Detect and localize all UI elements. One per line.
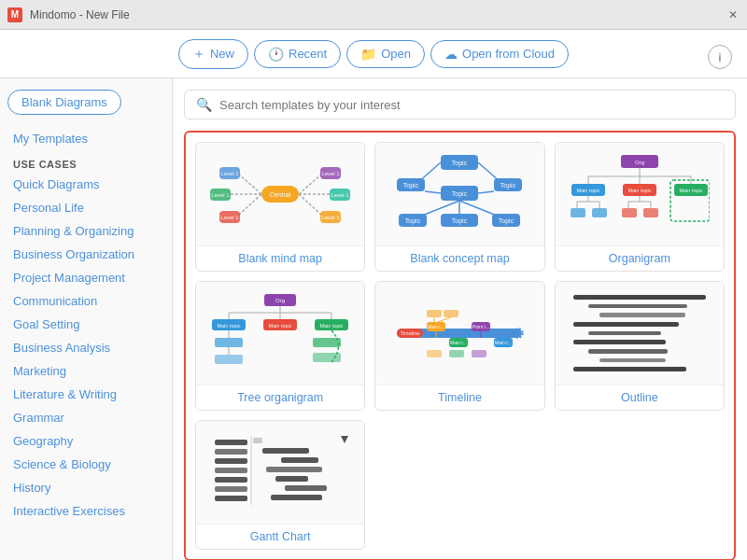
sidebar-item-business-analysis[interactable]: Business Analysis xyxy=(7,337,164,358)
recent-icon: 🕐 xyxy=(268,47,284,62)
blank-mind-map-preview: Central Level 1 Level 1 Level 1 xyxy=(196,143,364,245)
timeline-label: Timeline xyxy=(375,385,543,410)
search-input[interactable] xyxy=(219,98,724,112)
window-title: Mindomo - New File xyxy=(30,8,130,21)
timeline-svg: Timeline Main t... Main t... Point t... xyxy=(389,289,529,378)
search-bar[interactable]: 🔍 xyxy=(184,90,736,119)
svg-rect-108 xyxy=(215,440,247,445)
new-label: New xyxy=(210,47,234,61)
svg-text:Level 1: Level 1 xyxy=(220,215,239,220)
svg-rect-105 xyxy=(427,350,442,357)
sidebar-item-history[interactable]: History xyxy=(7,477,164,498)
organigram-preview: Org Main topic Main topic xyxy=(556,143,724,245)
sidebar-item-quick-diagrams[interactable]: Quick Diagrams xyxy=(7,174,164,195)
svg-rect-116 xyxy=(253,438,262,443)
sidebar-item-literature-writing[interactable]: Literature & Writing xyxy=(7,384,164,405)
outline-preview xyxy=(556,282,724,385)
svg-text:Main topic: Main topic xyxy=(218,323,241,329)
new-button[interactable]: ＋ New xyxy=(178,39,248,69)
sidebar-item-grammar[interactable]: Grammar xyxy=(7,407,164,428)
svg-text:Main topic: Main topic xyxy=(269,323,292,329)
sidebar-item-communication[interactable]: Communication xyxy=(7,290,164,312)
toolbar: ＋ New 🕐 Recent 📁 Open ☁ Open from Cloud … xyxy=(0,30,747,78)
sidebar-item-personal-life[interactable]: Personal Life xyxy=(7,197,164,218)
sidebar-item-geography[interactable]: Geography xyxy=(7,430,164,452)
outline-lines xyxy=(570,291,710,375)
gantt-chart-preview xyxy=(196,421,364,524)
open-button[interactable]: 📁 Open xyxy=(346,40,425,68)
sidebar-item-interactive-exercises[interactable]: Interactive Exercises xyxy=(7,500,164,522)
svg-rect-81 xyxy=(215,338,243,347)
template-card-blank-mind-map[interactable]: Central Level 1 Level 1 Level 1 xyxy=(195,142,365,272)
open-cloud-button[interactable]: ☁ Open from Cloud xyxy=(430,40,569,68)
organigram-label: Organigram xyxy=(556,245,724,271)
gantt-svg xyxy=(210,428,350,517)
blank-mind-map-label: Blank mind map xyxy=(196,245,364,271)
blank-concept-map-svg: Topic Topic Topic Topic xyxy=(389,150,529,239)
content-area: 🔍 Central Level 1 xyxy=(173,78,747,560)
sidebar-item-science-biology[interactable]: Science & Biology xyxy=(7,454,164,475)
svg-text:Topic: Topic xyxy=(452,217,468,225)
sidebar-item-goal-setting[interactable]: Goal Setting xyxy=(7,314,164,335)
title-bar-left: M Mindomo - New File xyxy=(7,7,130,22)
svg-line-8 xyxy=(238,194,261,216)
template-grid: Central Level 1 Level 1 Level 1 xyxy=(195,142,725,550)
template-card-organigram[interactable]: Org Main topic Main topic xyxy=(555,142,725,272)
svg-text:Central: Central xyxy=(270,191,291,198)
svg-line-103 xyxy=(438,317,451,322)
svg-text:Level 1: Level 1 xyxy=(211,192,230,198)
svg-rect-64 xyxy=(622,208,637,217)
svg-line-11 xyxy=(299,174,322,194)
recent-button[interactable]: 🕐 Recent xyxy=(254,40,341,68)
svg-rect-120 xyxy=(266,467,322,472)
close-button[interactable]: ✕ xyxy=(726,8,740,21)
svg-rect-65 xyxy=(643,208,658,217)
sidebar-item-marketing[interactable]: Marketing xyxy=(7,360,164,382)
svg-text:Topic: Topic xyxy=(499,217,514,225)
svg-text:Level 1: Level 1 xyxy=(321,171,340,176)
title-bar: M Mindomo - New File ✕ xyxy=(0,0,747,30)
svg-text:Main topic: Main topic xyxy=(627,188,651,193)
svg-rect-109 xyxy=(215,449,247,455)
sidebar-item-planning-organizing[interactable]: Planning & Organizing xyxy=(7,220,164,242)
info-button[interactable]: i xyxy=(708,45,732,69)
sidebar-item-project-management[interactable]: Project Management xyxy=(7,267,164,288)
blank-diagrams-button[interactable]: Blank Diagrams xyxy=(7,90,121,115)
svg-rect-59 xyxy=(592,208,607,217)
template-card-gantt-chart[interactable]: Gantt Chart xyxy=(195,420,365,550)
svg-rect-83 xyxy=(215,355,243,364)
svg-rect-84 xyxy=(313,338,341,347)
svg-rect-58 xyxy=(571,208,585,217)
svg-rect-122 xyxy=(285,485,327,491)
tree-organigram-preview: Org Main topic Main topic xyxy=(196,282,364,385)
sidebar-item-my-templates[interactable]: My Templates xyxy=(7,128,164,149)
svg-line-17 xyxy=(299,194,322,216)
svg-line-31 xyxy=(478,191,494,193)
svg-rect-100 xyxy=(427,310,442,317)
template-card-tree-organigram[interactable]: Org Main topic Main topic xyxy=(195,281,365,411)
sidebar: Blank Diagrams My Templates USE CASES Qu… xyxy=(0,78,173,560)
organigram-svg: Org Main topic Main topic xyxy=(570,150,710,239)
template-card-outline[interactable]: Outline xyxy=(555,281,725,411)
timeline-preview: Timeline Main t... Main t... Point t... xyxy=(375,282,543,385)
blank-concept-map-label: Blank concept map xyxy=(375,245,543,271)
sidebar-item-business-organization[interactable]: Business Organization xyxy=(7,244,164,265)
template-grid-container: Central Level 1 Level 1 Level 1 xyxy=(184,131,736,560)
blank-concept-map-preview: Topic Topic Topic Topic xyxy=(375,143,543,245)
template-card-timeline[interactable]: Timeline Main t... Main t... Point t... xyxy=(374,281,544,411)
svg-text:Level 1: Level 1 xyxy=(321,215,340,220)
svg-text:Main t...: Main t... xyxy=(496,340,513,345)
template-card-blank-concept-map[interactable]: Topic Topic Topic Topic xyxy=(374,142,544,272)
svg-text:Topic: Topic xyxy=(405,217,421,225)
info-label: i xyxy=(719,50,722,64)
gantt-chart-label: Gantt Chart xyxy=(196,524,364,549)
main-layout: Blank Diagrams My Templates USE CASES Qu… xyxy=(0,78,747,560)
svg-text:Topic: Topic xyxy=(452,190,468,198)
svg-rect-123 xyxy=(271,495,322,500)
svg-rect-114 xyxy=(215,496,247,501)
svg-text:Main t...: Main t... xyxy=(451,340,468,345)
svg-text:Org: Org xyxy=(635,160,644,165)
svg-text:Topic: Topic xyxy=(452,160,468,167)
svg-line-30 xyxy=(425,191,441,193)
svg-text:Main topic: Main topic xyxy=(320,323,344,329)
